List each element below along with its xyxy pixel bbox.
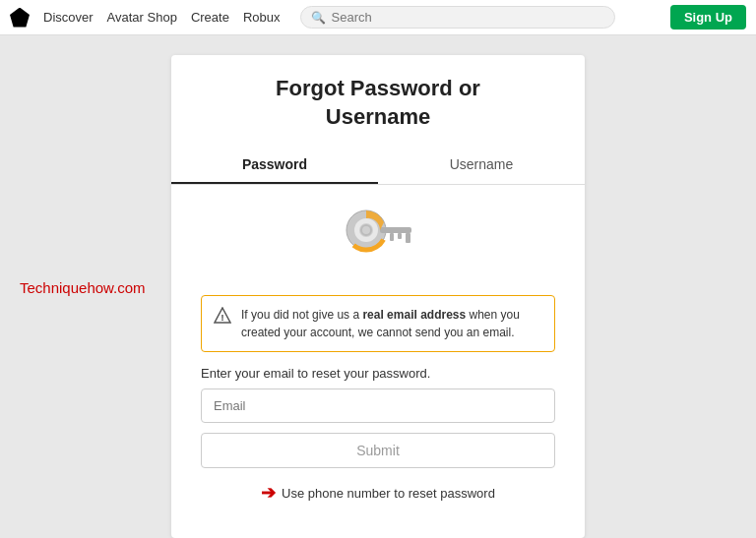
- email-input[interactable]: [201, 389, 555, 423]
- warning-text: If you did not give us a real email addr…: [241, 306, 542, 341]
- tab-username[interactable]: Username: [378, 147, 585, 184]
- svg-text:!: !: [221, 313, 224, 323]
- form-label: Enter your email to reset your password.: [201, 366, 555, 381]
- nav-robux[interactable]: Robux: [243, 10, 281, 25]
- arrow-right-icon: ➔: [261, 482, 276, 504]
- submit-button[interactable]: Submit: [201, 433, 555, 468]
- svg-rect-5: [390, 233, 394, 241]
- nav-discover[interactable]: Discover: [43, 10, 94, 25]
- page-title: Forgot Password orUsername: [171, 55, 585, 147]
- watermark-text: Techniquehow.com: [20, 278, 146, 295]
- tab-bar: Password Username: [171, 147, 585, 185]
- key-illustration: [171, 201, 585, 279]
- phone-link-text[interactable]: Use phone number to reset password: [282, 486, 495, 501]
- nav-links: Discover Avatar Shop Create Robux: [43, 10, 281, 25]
- nav-create[interactable]: Create: [191, 10, 229, 25]
- tab-password[interactable]: Password: [171, 147, 378, 184]
- navbar-right: Sign Up: [670, 5, 746, 30]
- roblox-logo-icon: [10, 8, 30, 28]
- nav-avatar-shop[interactable]: Avatar Shop: [107, 10, 177, 25]
- key-icon: [329, 201, 427, 279]
- search-bar: 🔍: [300, 6, 615, 29]
- search-input[interactable]: [332, 10, 604, 25]
- svg-rect-4: [380, 227, 411, 233]
- signup-button[interactable]: Sign Up: [670, 5, 746, 30]
- forgot-password-card: Forgot Password orUsername Password User…: [171, 55, 585, 538]
- phone-link-row: ➔ Use phone number to reset password: [201, 482, 555, 504]
- page-content: Techniquehow.com Forgot Password orUsern…: [0, 35, 756, 538]
- form-section: Enter your email to reset your password.…: [171, 366, 585, 482]
- svg-rect-6: [398, 233, 402, 239]
- svg-rect-7: [406, 233, 410, 243]
- navbar: Discover Avatar Shop Create Robux 🔍 Sign…: [0, 0, 756, 35]
- warning-icon: !: [214, 307, 231, 325]
- warning-box: ! If you did not give us a real email ad…: [201, 295, 555, 352]
- search-icon: 🔍: [311, 11, 326, 25]
